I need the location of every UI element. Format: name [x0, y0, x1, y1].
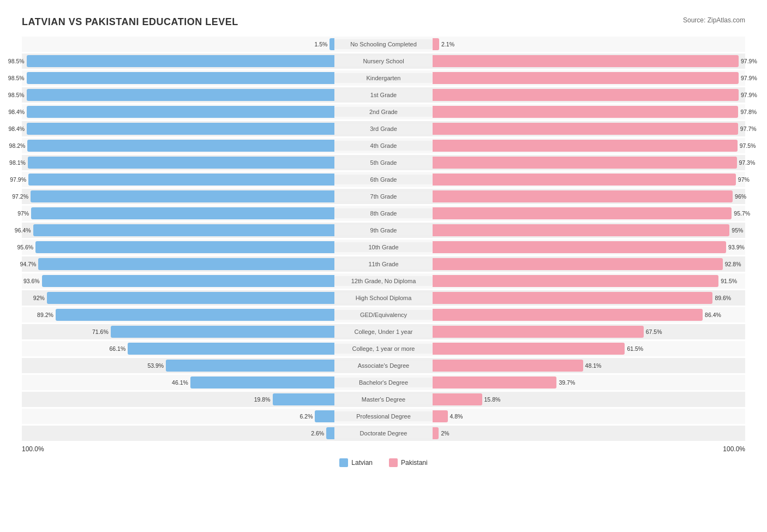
category-label: Doctorate Degree	[334, 428, 433, 438]
bar-row: 98.4%2nd Grade97.8%	[22, 104, 745, 119]
pakistani-section: 48.1%	[433, 358, 745, 373]
pakistani-value-label: 97.7%	[740, 125, 757, 132]
pakistani-value-label: 93.9%	[728, 244, 745, 250]
pakistani-bar: 4.8%	[433, 410, 448, 422]
pakistani-section: 97.8%	[433, 105, 745, 119]
bar-row: 97.9%6th Grade97%	[22, 172, 745, 187]
pakistani-value-label: 95.7%	[734, 210, 750, 217]
latvian-section: 1.5%	[22, 37, 334, 51]
category-label: 6th Grade	[334, 175, 433, 184]
category-label: No Schooling Completed	[334, 39, 433, 49]
chart-source: Source: ZipAtlas.com	[683, 16, 745, 24]
pakistani-bar: 95.7%	[433, 207, 732, 219]
latvian-label: Latvian	[351, 459, 373, 467]
pakistani-bar: 97.9%	[433, 72, 739, 84]
pakistani-bar: 97.8%	[433, 106, 738, 118]
latvian-bar: 71.6%	[111, 326, 334, 338]
latvian-bar: 96.4%	[33, 224, 334, 236]
bar-row: 98.5%1st Grade97.9%	[22, 87, 745, 103]
latvian-value-label: 98.5%	[8, 58, 25, 64]
latvian-bar: 97.2%	[31, 190, 334, 202]
pakistani-value-label: 91.5%	[721, 278, 737, 284]
pakistani-section: 96%	[433, 189, 745, 204]
latvian-value-label: 97%	[17, 210, 29, 217]
pakistani-bar: 61.5%	[433, 343, 625, 355]
pakistani-bar: 89.6%	[433, 292, 712, 304]
bar-row: 98.5%Kindergarten97.9%	[22, 70, 745, 86]
latvian-value-label: 19.8%	[254, 396, 271, 403]
category-label: 1st Grade	[334, 90, 433, 100]
latvian-section: 97.2%	[22, 189, 334, 204]
latvian-section: 97%	[22, 206, 334, 220]
pakistani-bar: 2.1%	[433, 38, 439, 50]
category-label: Bachelor's Degree	[334, 378, 433, 387]
latvian-value-label: 97.2%	[12, 193, 28, 200]
latvian-bar: 98.1%	[28, 157, 334, 169]
bar-row: 98.1%5th Grade97.3%	[22, 155, 745, 170]
latvian-bar: 53.9%	[166, 360, 334, 372]
category-label: 5th Grade	[334, 158, 433, 168]
pakistani-section: 97.9%	[433, 88, 745, 102]
latvian-bar: 98.5%	[27, 72, 334, 84]
latvian-value-label: 98.4%	[8, 125, 25, 132]
bar-row: 95.6%10th Grade93.9%	[22, 240, 745, 255]
pakistani-section: 95%	[433, 223, 745, 237]
category-label: 10th Grade	[334, 242, 433, 252]
latvian-section: 97.9%	[22, 172, 334, 187]
footer-left: 100.0%	[22, 445, 44, 453]
category-label: 4th Grade	[334, 141, 433, 151]
pakistani-bar: 97.5%	[433, 140, 738, 152]
pakistani-section: 2.1%	[433, 37, 745, 51]
latvian-value-label: 98.4%	[8, 109, 25, 115]
latvian-value-label: 98.5%	[8, 75, 25, 81]
pakistani-value-label: 15.8%	[484, 396, 501, 403]
pakistani-section: 93.9%	[433, 240, 745, 254]
pakistani-value-label: 2.1%	[441, 41, 454, 47]
pakistani-section: 97.5%	[433, 139, 745, 153]
latvian-color-box	[339, 458, 348, 467]
legend: Latvian Pakistani	[22, 458, 745, 467]
category-label: Associate's Degree	[334, 361, 433, 370]
latvian-value-label: 94.7%	[20, 261, 37, 267]
pakistani-bar: 97.9%	[433, 89, 739, 101]
latvian-bar: 98.2%	[27, 140, 334, 152]
pakistani-section: 97%	[433, 172, 745, 187]
bar-row: 98.5%Nursery School97.9%	[22, 53, 745, 69]
legend-latvian: Latvian	[339, 458, 373, 467]
category-label: 7th Grade	[334, 192, 433, 201]
chart-container: Latvian vs Pakistani Education Level Sou…	[11, 11, 756, 478]
latvian-bar: 97%	[31, 207, 334, 219]
pakistani-bar: 97.7%	[433, 123, 738, 135]
bar-row: 97.2%7th Grade96%	[22, 189, 745, 204]
latvian-section: 96.4%	[22, 223, 334, 237]
category-label: College, 1 year or more	[334, 344, 433, 354]
bar-row: 98.2%4th Grade97.5%	[22, 138, 745, 153]
category-label: Nursery School	[334, 56, 433, 66]
latvian-value-label: 98.5%	[8, 92, 25, 98]
latvian-bar: 92%	[47, 292, 334, 304]
pakistani-bar: 97.9%	[433, 55, 739, 67]
chart-header: Latvian vs Pakistani Education Level Sou…	[22, 16, 745, 28]
pakistani-value-label: 97%	[738, 176, 750, 183]
pakistani-bar: 97%	[433, 174, 736, 186]
latvian-section: 93.6%	[22, 274, 334, 288]
latvian-bar: 94.7%	[38, 258, 334, 270]
pakistani-value-label: 97.9%	[741, 92, 757, 98]
pakistani-value-label: 97.9%	[741, 75, 757, 81]
latvian-section: 98.5%	[22, 88, 334, 102]
latvian-bar: 98.4%	[27, 123, 334, 135]
latvian-value-label: 93.6%	[23, 278, 40, 284]
pakistani-section: 97.9%	[433, 54, 745, 68]
latvian-bar: 98.4%	[27, 106, 334, 118]
latvian-section: 95.6%	[22, 240, 334, 254]
latvian-section: 89.2%	[22, 308, 334, 322]
pakistani-value-label: 97.8%	[740, 109, 757, 115]
pakistani-bar: 15.8%	[433, 393, 482, 405]
category-label: Master's Degree	[334, 394, 433, 404]
latvian-section: 98.2%	[22, 139, 334, 153]
latvian-value-label: 46.1%	[172, 379, 188, 386]
bar-row: 98.4%3rd Grade97.7%	[22, 121, 745, 136]
pakistani-value-label: 96%	[735, 193, 746, 200]
latvian-section: 19.8%	[22, 392, 334, 407]
footer-row: 100.0% 100.0%	[22, 445, 745, 453]
